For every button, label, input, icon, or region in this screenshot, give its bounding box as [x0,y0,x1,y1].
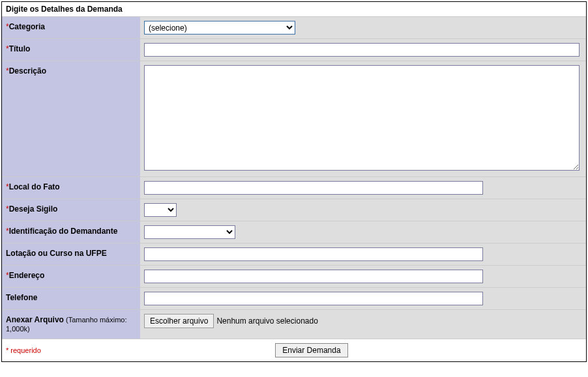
submit-button[interactable]: Enviar Demanda [275,343,347,357]
label-categoria: *Categoria [2,17,140,38]
cell-telefone [140,288,586,309]
label-text: Deseja Sigilo [9,204,58,214]
footer-row: * requerido Enviar Demanda [2,339,586,361]
row-categoria: *Categoria (selecione) [2,17,586,39]
file-status-text: Nenhum arquivo selecionado [216,316,317,326]
row-endereco: *Endereço [2,266,586,288]
row-sigilo: *Deseja Sigilo [2,199,586,221]
cell-categoria: (selecione) [140,17,586,38]
label-identificacao: *Identificação do Demandante [2,221,140,243]
label-local: *Local do Fato [2,177,140,199]
label-text: Local do Fato [9,182,60,191]
row-descricao: *Descrição [2,61,586,177]
label-text: Endereço [9,271,45,280]
label-descricao: *Descrição [2,61,140,176]
cell-local [140,177,586,199]
form-header: Digite os Detalhes da Demanda [2,2,586,17]
label-sigilo: *Deseja Sigilo [2,199,140,221]
cell-titulo [140,39,586,61]
local-input[interactable] [144,181,483,195]
required-note: * requerido [6,346,41,354]
telefone-input[interactable] [144,292,483,305]
label-text: Descrição [9,66,46,76]
endereco-input[interactable] [144,270,483,283]
row-identificacao: *Identificação do Demandante [2,221,586,244]
cell-sigilo [140,199,586,221]
label-text: Identificação do Demandante [9,227,118,236]
label-text: Anexar Arquivo [6,315,64,324]
descricao-textarea[interactable] [144,65,580,171]
cell-endereco [140,266,586,287]
label-anexar: Anexar Arquivo (Tamanho máximo: 1,000k) [2,310,140,339]
sigilo-select[interactable] [144,203,177,217]
cell-anexar: Escolher arquivoNenhum arquivo seleciona… [140,310,586,339]
file-choose-button[interactable]: Escolher arquivo [144,314,214,328]
lotacao-input[interactable] [144,247,483,261]
row-local: *Local do Fato [2,177,586,199]
row-anexar: Anexar Arquivo (Tamanho máximo: 1,000k) … [2,310,586,339]
label-text: Título [9,44,31,53]
cell-identificacao [140,221,586,243]
row-telefone: Telefone [2,288,586,310]
categoria-select[interactable]: (selecione) [144,21,295,35]
cell-descricao [140,61,586,176]
label-telefone: Telefone [2,288,140,309]
label-text: Categoria [9,22,45,31]
label-titulo: *Título [2,39,140,61]
identificacao-select[interactable] [144,225,235,239]
form-container: Digite os Detalhes da Demanda *Categoria… [1,1,587,362]
label-endereco: *Endereço [2,266,140,287]
label-lotacao: Lotação ou Curso na UFPE [2,244,140,265]
titulo-input[interactable] [144,43,580,57]
label-text: Lotação ou Curso na UFPE [6,249,107,258]
cell-lotacao [140,244,586,265]
footer-center: Enviar Demanda [41,343,582,357]
row-lotacao: Lotação ou Curso na UFPE [2,244,586,266]
label-text: Telefone [6,293,37,302]
row-titulo: *Título [2,39,586,61]
